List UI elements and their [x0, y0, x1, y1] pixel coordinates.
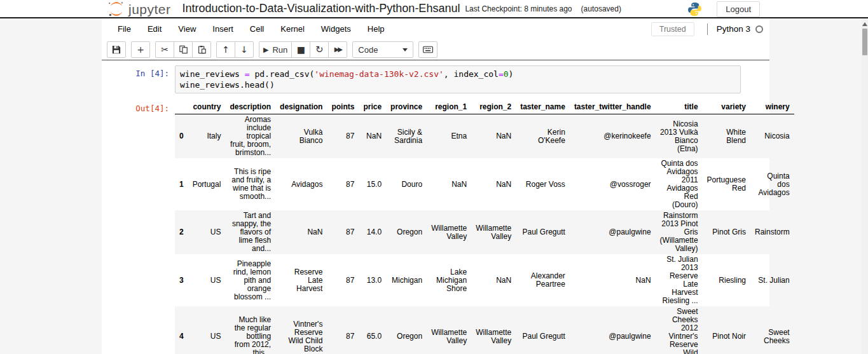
dataframe-output: countrydescriptiondesignationpointsprice… [175, 100, 794, 354]
save-button[interactable] [107, 41, 126, 58]
table-cell: NaN [471, 158, 516, 210]
row-index: 4 [175, 306, 188, 354]
menu-bar: FileEditViewInsertCellKernelWidgetsHelp … [102, 18, 769, 39]
menu-item-kernel[interactable]: Kernel [272, 20, 313, 37]
table-cell: NaN [471, 114, 516, 159]
move-cell-down-button[interactable]: ↓ [235, 41, 254, 58]
table-cell: St. Julian 2013 Reserve Late Harvest Rie… [656, 254, 703, 306]
scrollbar-up-icon[interactable] [862, 22, 867, 26]
column-header-country: country [188, 100, 226, 114]
copy-cell-button[interactable] [174, 41, 193, 58]
scrollbar[interactable] [862, 18, 868, 354]
table-cell: @paulgwine [570, 306, 656, 354]
toolbar: + ✂ [102, 39, 769, 60]
code-token: pd.read_csv( [254, 69, 314, 79]
menu-item-file[interactable]: File [109, 20, 139, 37]
table-cell: This is ripe and fruity, a wine that is … [225, 158, 275, 210]
cut-cell-button[interactable]: ✂ [155, 41, 174, 58]
chevron-down-icon [403, 48, 408, 51]
table-cell: NaN [359, 114, 386, 159]
jupyter-logo-text: jupyter [128, 2, 171, 17]
code-token: 'winemag-data-130k-v2.csv' [314, 69, 444, 79]
table-cell: Etna [427, 114, 471, 159]
table-cell: Paul Gregutt [516, 210, 570, 254]
cut-icon: ✂ [161, 45, 169, 54]
table-cell: Aromas include tropical fruit, broom, br… [225, 114, 275, 159]
move-cell-up-button[interactable]: ↑ [216, 41, 235, 58]
code-token: = [499, 69, 504, 79]
table-cell: Kerin O'Keefe [516, 114, 570, 159]
jupyter-planet-icon [107, 0, 126, 18]
table-cell: Vulkà Bianco [275, 114, 327, 159]
table-cell: NaN [471, 254, 516, 306]
table-cell: Vintner's Reserve Wild Child Block [275, 306, 327, 354]
trusted-badge: Trusted [651, 22, 694, 36]
code-token: ) [509, 69, 514, 79]
menu-separator [707, 24, 708, 35]
jupyter-logo[interactable]: jupyter [107, 0, 171, 18]
restart-run-all-button[interactable]: ▶▶ [328, 41, 347, 58]
table-cell: Willamette Valley [471, 306, 516, 354]
table-cell: 14.0 [359, 210, 386, 254]
table-cell: White Blend [703, 114, 750, 159]
code-line: wine_reviews = pd.read_csv('winemag-data… [180, 69, 736, 79]
table-row: 4USMuch like the regular bottling from 2… [175, 306, 794, 354]
kernel-idle-icon [755, 25, 763, 33]
copy-icon [179, 45, 188, 54]
table-row: 3USPineapple rind, lemon pith and orange… [175, 254, 794, 306]
menu-item-edit[interactable]: Edit [139, 20, 170, 37]
code-editor[interactable]: wine_reviews = pd.read_csv('winemag-data… [175, 65, 741, 93]
menu-item-widgets[interactable]: Widgets [313, 20, 359, 37]
menu-item-help[interactable]: Help [359, 20, 393, 37]
table-cell: Michigan [386, 254, 427, 306]
table-cell: Sweet Cheeks [750, 306, 794, 354]
table-cell: NaN [427, 158, 471, 210]
cell-type-dropdown[interactable]: Code [352, 41, 413, 58]
table-cell: Portugal [188, 158, 226, 210]
column-header-taster_twitter_handle: taster_twitter_handle [570, 100, 656, 114]
code-cell: In [4]: wine_reviews = pd.read_csv('wine… [102, 65, 769, 93]
table-cell: Roger Voss [516, 158, 570, 210]
table-cell: Reserve Late Harvest [275, 254, 327, 306]
autosave-status: (autosaved) [581, 4, 621, 13]
table-cell: US [188, 254, 226, 306]
table-cell: Willamette Valley [471, 210, 516, 254]
code-area: wine_reviews = pd.read_csv('winemag-data… [180, 69, 736, 90]
table-cell: Rainstorm [750, 210, 794, 254]
code-line: wine_reviews.head() [180, 79, 736, 90]
move-down-icon: ↓ [240, 45, 248, 54]
logout-button[interactable]: Logout [717, 1, 760, 17]
column-header-region_1: region_1 [427, 100, 471, 114]
table-cell: 87 [327, 158, 359, 210]
table-cell: Nicosia [750, 114, 794, 159]
move-up-icon: ↑ [222, 45, 230, 54]
restart-run-all-icon: ▶▶ [334, 46, 341, 53]
paste-icon [198, 45, 206, 54]
table-cell: 87 [327, 254, 359, 306]
scrollbar-thumb[interactable] [862, 29, 867, 55]
paste-cell-button[interactable] [192, 41, 211, 58]
table-cell: Avidagos [275, 158, 327, 210]
table-cell: Sicily & Sardinia [386, 114, 427, 159]
dataframe-table: countrydescriptiondesignationpointsprice… [175, 100, 794, 354]
cell-type-value: Code [358, 45, 378, 55]
notebook-title[interactable]: Introduction-to-Data-Visualization-with-… [183, 2, 460, 15]
restart-kernel-icon: ↻ [315, 45, 324, 55]
menu-item-view[interactable]: View [170, 20, 204, 37]
row-index: 2 [175, 210, 188, 254]
table-cell: NaN [275, 210, 327, 254]
run-button-label: Run [272, 45, 287, 55]
column-header-province: province [386, 100, 427, 114]
column-header-region_2: region_2 [471, 100, 516, 114]
menu-item-insert[interactable]: Insert [204, 20, 242, 37]
table-cell: Italy [188, 114, 226, 159]
row-index: 0 [175, 114, 188, 159]
table-cell: Douro [386, 158, 427, 210]
interrupt-kernel-button[interactable]: ■ [291, 41, 310, 58]
add-cell-button[interactable]: + [131, 41, 150, 58]
table-cell: Tart and snappy, the flavors of lime fle… [225, 210, 275, 254]
run-button[interactable]: ▶ Run [259, 41, 292, 58]
command-palette-button[interactable] [418, 41, 437, 58]
menu-item-cell[interactable]: Cell [242, 20, 272, 37]
restart-kernel-button[interactable]: ↻ [310, 41, 329, 58]
